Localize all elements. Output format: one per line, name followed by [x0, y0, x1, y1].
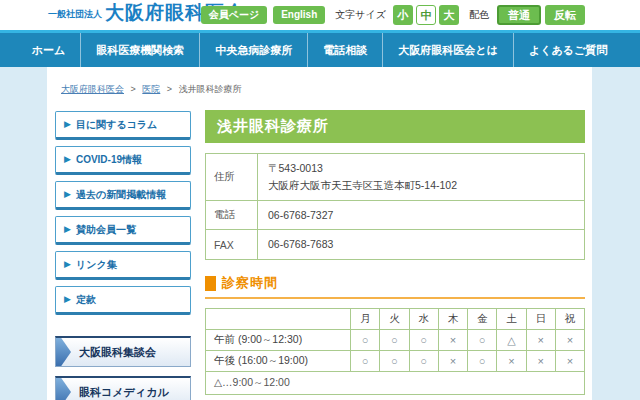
address-line: 大阪府大阪市天王寺区玉造本町5-14-102 — [268, 177, 574, 194]
table-row: 午後 (16:00～19:00)○○○×○××× — [206, 351, 585, 372]
sidebar-item[interactable]: ▶目に関するコラム — [55, 111, 191, 140]
day-header: 木 — [438, 309, 467, 330]
color-invert-button[interactable]: 反転 — [545, 5, 585, 25]
breadcrumb-current: 浅井眼科診療所 — [179, 84, 242, 94]
table-row: 住所 〒543-0013 大阪府大阪市天王寺区玉造本町5-14-102 — [206, 154, 585, 201]
hours-section-title: 診察時間 — [222, 274, 278, 292]
nav-item[interactable]: 電話相談 — [307, 33, 382, 67]
breadcrumb-separator: > — [167, 84, 172, 94]
day-header: 火 — [380, 309, 409, 330]
schedule-mark: × — [526, 351, 555, 372]
fax-label: FAX — [206, 230, 258, 260]
phone-value: 06-6768-7327 — [258, 200, 585, 230]
member-page-button[interactable]: 会員ページ — [201, 6, 267, 24]
chevron-right-icon: ▶ — [64, 120, 71, 129]
color-normal-button[interactable]: 普通 — [497, 5, 541, 25]
postal-code: 〒543-0013 — [268, 160, 574, 177]
page: 一般社団法人 大阪府眼科医会 会員ページ English 文字サイズ 小 中 大… — [0, 0, 640, 400]
nav-item[interactable]: よくあるご質問 — [513, 33, 622, 67]
font-size-label: 文字サイズ — [335, 8, 386, 22]
nav-item[interactable]: 眼科医療機関検索 — [80, 33, 199, 67]
day-header: 月 — [351, 309, 380, 330]
english-button[interactable]: English — [273, 6, 325, 24]
hours-row-label: 午前 (9:00～12:30) — [206, 330, 351, 351]
content-wrapper: 大阪府眼科医会 > 医院 > 浅井眼科診療所 ▶目に関するコラム▶COVID-1… — [47, 67, 592, 400]
sidebar-banner[interactable]: 大阪眼科集談会 — [55, 336, 191, 367]
sidebar-item-label: リンク集 — [76, 258, 117, 272]
breadcrumb-section-link[interactable]: 医院 — [142, 84, 160, 94]
day-header: 日 — [526, 309, 555, 330]
schedule-mark: × — [555, 330, 584, 351]
sidebar-item[interactable]: ▶過去の新聞掲載情報 — [55, 181, 191, 210]
font-size-large-button[interactable]: 大 — [439, 5, 459, 25]
chevron-right-icon: ▶ — [64, 190, 71, 199]
day-header: 祝 — [555, 309, 584, 330]
nav-item[interactable]: ホーム — [17, 33, 81, 67]
address-value: 〒543-0013 大阪府大阪市天王寺区玉造本町5-14-102 — [258, 154, 585, 201]
sidebar: ▶目に関するコラム▶COVID-19情報▶過去の新聞掲載情報▶賛助会員一覧▶リン… — [55, 111, 191, 400]
header-controls: 会員ページ English 文字サイズ 小 中 大 配色 普通 反転 — [195, 5, 585, 25]
sidebar-links: ▶目に関するコラム▶COVID-19情報▶過去の新聞掲載情報▶賛助会員一覧▶リン… — [55, 111, 191, 315]
sidebar-banners: 大阪眼科集談会眼科コメディカル — [55, 336, 191, 400]
nav-item[interactable]: 大阪府眼科医会とは — [382, 33, 513, 67]
chevron-right-icon: ▶ — [64, 225, 71, 234]
sidebar-item-label: COVID-19情報 — [76, 153, 142, 167]
schedule-mark: ○ — [468, 351, 497, 372]
clinic-title: 浅井眼科診療所 — [205, 110, 585, 143]
sidebar-item-label: 定款 — [76, 293, 96, 307]
schedule-mark: ○ — [351, 351, 380, 372]
sidebar-item-label: 賛助会員一覧 — [76, 223, 136, 237]
address-label: 住所 — [206, 154, 258, 201]
hours-header-row: 月火水木金土日祝 — [206, 309, 585, 330]
sidebar-banner-label: 大阪眼科集談会 — [79, 345, 156, 360]
breadcrumb: 大阪府眼科医会 > 医院 > 浅井眼科診療所 — [61, 83, 242, 96]
sidebar-item[interactable]: ▶賛助会員一覧 — [55, 216, 191, 245]
font-size-medium-button[interactable]: 中 — [416, 5, 436, 25]
main-nav-list: ホーム眼科医療機関検索中央急病診療所電話相談大阪府眼科医会とはよくあるご質問 — [47, 33, 592, 67]
sidebar-banner[interactable]: 眼科コメディカル — [55, 376, 191, 400]
schedule-mark: ○ — [380, 351, 409, 372]
schedule-mark: ○ — [468, 330, 497, 351]
breadcrumb-home-link[interactable]: 大阪府眼科医会 — [61, 84, 124, 94]
day-header: 土 — [497, 309, 526, 330]
sidebar-item[interactable]: ▶リンク集 — [55, 251, 191, 280]
schedule-mark: × — [526, 330, 555, 351]
schedule-mark: ○ — [380, 330, 409, 351]
arrow-right-icon — [56, 338, 71, 366]
table-row: 電話 06-6768-7327 — [206, 200, 585, 230]
phone-label: 電話 — [206, 200, 258, 230]
color-scheme-label: 配色 — [469, 8, 489, 22]
clinic-info-table: 住所 〒543-0013 大阪府大阪市天王寺区玉造本町5-14-102 電話 0… — [205, 153, 585, 260]
sidebar-item-label: 目に関するコラム — [76, 118, 157, 132]
schedule-mark: × — [438, 330, 467, 351]
schedule-mark: ○ — [409, 351, 438, 372]
hours-table: 月火水木金土日祝 午前 (9:00～12:30)○○○×○△××午後 (16:0… — [205, 308, 585, 395]
table-row: FAX 06-6768-7683 — [206, 230, 585, 260]
chevron-right-icon: ▶ — [64, 155, 71, 164]
arrow-right-icon — [56, 378, 71, 400]
schedule-mark: ○ — [409, 330, 438, 351]
schedule-mark: × — [438, 351, 467, 372]
org-type-label: 一般社団法人 — [48, 8, 102, 24]
day-header: 金 — [468, 309, 497, 330]
schedule-mark: ○ — [351, 330, 380, 351]
hours-row-label: 午後 (16:00～19:00) — [206, 351, 351, 372]
chevron-right-icon: ▶ — [64, 295, 71, 304]
hours-section-heading: 診察時間 — [205, 274, 585, 299]
hours-note: △…9:00～12:00 — [206, 372, 585, 395]
sidebar-item[interactable]: ▶定款 — [55, 286, 191, 315]
table-row: △…9:00～12:00 — [206, 372, 585, 395]
sidebar-item-label: 過去の新聞掲載情報 — [76, 188, 166, 202]
nav-item[interactable]: 中央急病診療所 — [199, 33, 307, 67]
font-size-small-button[interactable]: 小 — [393, 5, 413, 25]
schedule-mark: × — [497, 351, 526, 372]
orange-square-icon — [205, 276, 216, 291]
main-content: 浅井眼科診療所 住所 〒543-0013 大阪府大阪市天王寺区玉造本町5-14-… — [205, 110, 585, 400]
main-nav: ホーム眼科医療機関検索中央急病診療所電話相談大阪府眼科医会とはよくあるご質問 — [0, 30, 640, 67]
breadcrumb-separator: > — [131, 84, 136, 94]
chevron-right-icon: ▶ — [64, 260, 71, 269]
sidebar-item[interactable]: ▶COVID-19情報 — [55, 146, 191, 175]
schedule-mark: × — [555, 351, 584, 372]
table-row: 午前 (9:00～12:30)○○○×○△×× — [206, 330, 585, 351]
hours-corner-cell — [206, 309, 351, 330]
